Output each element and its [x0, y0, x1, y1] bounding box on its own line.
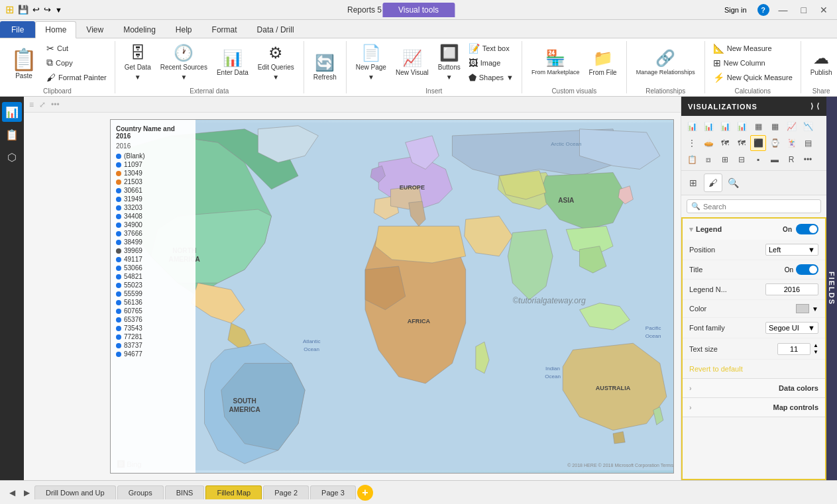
viz-arrow-icon[interactable]: ⟨: [816, 102, 820, 111]
tab-file[interactable]: File: [0, 21, 35, 38]
viz-table[interactable]: ⊞: [717, 152, 733, 168]
color-swatch[interactable]: [796, 304, 809, 313]
tab-format[interactable]: Format: [202, 21, 247, 38]
search-input[interactable]: [703, 203, 816, 211]
help-button[interactable]: ?: [757, 4, 769, 16]
tab-bins[interactable]: BINS: [165, 485, 205, 499]
new-visual-button[interactable]: 📈 New Visual: [392, 41, 433, 85]
minimize-button[interactable]: —: [775, 3, 792, 17]
quick-access-more[interactable]: ▼: [55, 6, 62, 14]
data-colors-header[interactable]: › Data colors: [683, 379, 825, 397]
quick-access-save[interactable]: 💾: [18, 5, 28, 15]
nav-right[interactable]: ▶: [20, 486, 33, 499]
viz-more[interactable]: •••: [800, 152, 816, 168]
viz-stacked-col[interactable]: 📊: [717, 119, 733, 134]
canvas-more-icon[interactable]: •••: [51, 100, 60, 109]
viz-matrix[interactable]: ⊟: [734, 152, 750, 168]
viz-treemap[interactable]: ▪: [750, 152, 766, 168]
viz-slicer[interactable]: ⧈: [700, 152, 716, 168]
color-chevron[interactable]: ▼: [812, 305, 818, 313]
tab-modeling[interactable]: Modeling: [113, 21, 166, 38]
text-box-button[interactable]: 📝 Text box: [466, 42, 516, 55]
tab-help[interactable]: Help: [166, 21, 202, 38]
manage-relationships-button[interactable]: 🔗 Manage Relationships: [632, 41, 699, 85]
position-dropdown[interactable]: Left ▼: [765, 244, 818, 256]
new-measure-button[interactable]: 📐 New Measure: [710, 42, 795, 55]
legend-toggle[interactable]: [796, 224, 818, 234]
legend-section-header[interactable]: ▾ Legend On: [683, 219, 825, 240]
viz-waterfall[interactable]: ▬: [767, 152, 783, 168]
viz-area[interactable]: 📉: [800, 119, 816, 134]
quick-access-undo[interactable]: ↩: [32, 5, 40, 15]
viz-card[interactable]: 🃏: [783, 135, 799, 151]
viz-clustered-col[interactable]: 📊: [734, 119, 750, 134]
tab-page-3[interactable]: Page 3: [310, 485, 356, 499]
publish-button[interactable]: ☁ Publish: [807, 41, 836, 85]
tab-page-2[interactable]: Page 2: [263, 485, 309, 499]
quick-access-redo[interactable]: ↪: [44, 5, 51, 15]
tab-view[interactable]: View: [76, 21, 113, 38]
viz-r[interactable]: R: [783, 152, 799, 168]
image-button[interactable]: 🖼 Image: [466, 56, 516, 70]
viz-100-bar[interactable]: ▦: [750, 119, 766, 134]
tab-home[interactable]: Home: [35, 21, 76, 38]
shapes-button[interactable]: ⬟ Shapes▼: [466, 71, 516, 84]
text-size-down[interactable]: ▼: [813, 349, 818, 356]
viz-kpi[interactable]: 📋: [684, 152, 700, 168]
viz-clustered-bar[interactable]: 📊: [700, 119, 716, 134]
viz-map[interactable]: 🗺: [717, 135, 733, 151]
close-button[interactable]: ✕: [816, 3, 832, 17]
viz-funnel[interactable]: ⬛: [750, 135, 766, 151]
map-controls-header[interactable]: › Map controls: [683, 398, 825, 417]
viz-format-tab[interactable]: 🖌: [704, 174, 722, 192]
text-size-up[interactable]: ▲: [813, 342, 818, 349]
title-toggle[interactable]: [796, 264, 818, 275]
nav-left[interactable]: ◀: [5, 486, 19, 499]
viz-gauge[interactable]: ⌚: [767, 135, 783, 151]
enter-data-button[interactable]: 📊 Enter Data: [213, 41, 252, 85]
font-family-dropdown[interactable]: Segoe UI ▼: [765, 322, 818, 334]
viz-scatter[interactable]: ⋮: [684, 135, 700, 151]
copy-button[interactable]: ⧉ Copy: [44, 56, 109, 70]
search-box[interactable]: 🔍: [687, 199, 821, 213]
new-page-button[interactable]: 📄 New Page▼: [352, 41, 390, 85]
viz-analytics-tab[interactable]: 🔍: [724, 174, 742, 192]
from-file-button[interactable]: 📁 From File: [585, 41, 620, 85]
signin-link[interactable]: Sign in: [724, 6, 747, 14]
report-view-btn[interactable]: 📊: [2, 102, 22, 122]
tab-data-drill[interactable]: Data / Drill: [247, 21, 304, 38]
viz-pie[interactable]: 🥧: [700, 135, 716, 151]
buttons-button[interactable]: 🔲 Buttons▼: [434, 41, 465, 85]
legend-name-input[interactable]: [765, 283, 818, 295]
tab-groups[interactable]: Groups: [117, 485, 164, 499]
tab-filled-map[interactable]: Filled Map: [205, 485, 262, 499]
visual-tools-tab-label[interactable]: Visual tools: [382, 3, 455, 17]
viz-line[interactable]: 📈: [783, 119, 799, 134]
viz-filled-map[interactable]: 🗺: [734, 135, 750, 151]
get-data-button[interactable]: 🗄 Get Data▼: [121, 41, 155, 85]
edit-queries-button[interactable]: ⚙ Edit Queries▼: [254, 41, 298, 85]
cut-button[interactable]: ✂ Cut: [44, 42, 109, 55]
text-size-input[interactable]: [777, 343, 810, 355]
refresh-button[interactable]: 🔄 Refresh: [309, 46, 341, 89]
new-quick-measure-button[interactable]: ⚡ New Quick Measure: [710, 71, 795, 84]
format-painter-button[interactable]: 🖌 Format Painter: [44, 71, 109, 84]
viz-100-col[interactable]: ▦: [767, 119, 783, 134]
new-column-button[interactable]: ⊞ New Column: [710, 56, 795, 70]
data-view-btn[interactable]: 📋: [2, 125, 22, 144]
canvas-expand-icon[interactable]: ⤢: [39, 100, 46, 109]
tab-drill-down[interactable]: Drill Down and Up: [34, 485, 116, 499]
from-marketplace-button[interactable]: 🏪 From Marketplace: [528, 41, 584, 85]
model-view-btn[interactable]: ⬡: [2, 147, 22, 167]
recent-sources-button[interactable]: 🕐 Recent Sources▼: [156, 41, 211, 85]
revert-to-default[interactable]: Revert to default: [683, 360, 825, 378]
add-page-button[interactable]: +: [357, 485, 373, 501]
viz-fields-tab[interactable]: ⊞: [684, 174, 702, 192]
fields-sidebar[interactable]: FIELDS: [826, 97, 837, 480]
paste-button[interactable]: 📋 Paste: [5, 41, 42, 85]
restore-button[interactable]: □: [797, 3, 810, 17]
viz-multi-row[interactable]: ▤: [800, 135, 816, 151]
viz-stacked-bar[interactable]: 📊: [684, 119, 700, 134]
map-visual[interactable]: NORTH AMERICA SOUTH AMERICA EUROPE AFRIC…: [110, 119, 674, 474]
viz-expand-icon[interactable]: ⟩: [810, 102, 814, 111]
